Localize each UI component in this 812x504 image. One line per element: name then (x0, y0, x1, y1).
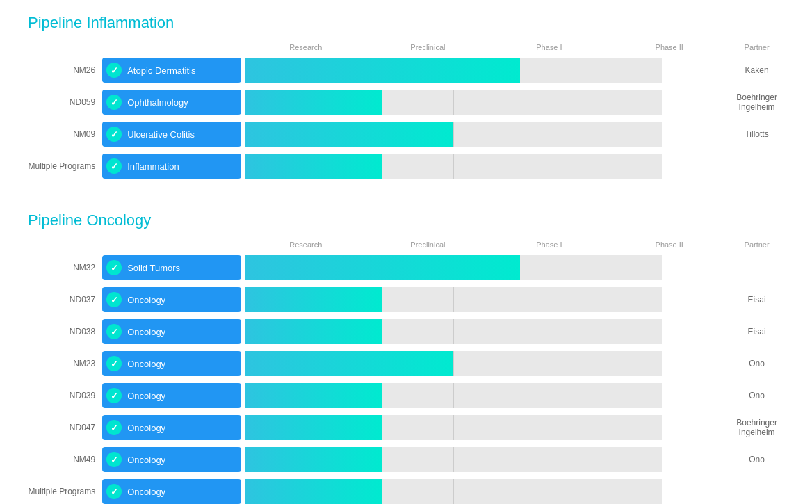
check-icon (106, 324, 122, 339)
bar-divider (558, 319, 558, 344)
name-badge: Oncology (102, 287, 241, 312)
bar-area (245, 413, 729, 442)
bar-divider (453, 479, 454, 504)
col-name-empty-onco (102, 241, 245, 253)
table-row: NM26Atopic DermatitisKaken (28, 56, 784, 85)
row-id: Multiple Programs (28, 152, 102, 181)
partner-label: Boehringer Ingelheim (729, 413, 784, 442)
badge-label: Oncology (127, 423, 165, 433)
bar-fill (245, 479, 382, 504)
row-id: ND038 (28, 317, 102, 346)
bar-area (245, 349, 729, 378)
badge-label: Oncology (127, 487, 165, 497)
bar-fill (245, 154, 382, 179)
table-row: Multiple ProgramsInflammation (28, 152, 784, 181)
col-name-empty (102, 43, 245, 56)
partner-label (729, 477, 784, 504)
row-id: NM23 (28, 349, 102, 378)
table-row: ND037OncologyEisai (28, 285, 784, 314)
name-badge: Oncology (102, 447, 241, 472)
bar-divider (558, 122, 558, 147)
row-name-badge: Oncology (102, 285, 245, 314)
check-icon (106, 356, 122, 371)
progress-bar (245, 58, 662, 83)
col-preclinical-header-onco: Preclinical (366, 241, 489, 253)
inflammation-header-row: Research Preclinical Phase I Phase II Pa… (28, 43, 784, 56)
bar-divider (453, 287, 454, 312)
bar-divider (558, 479, 558, 504)
col-preclinical-header: Preclinical (366, 43, 489, 56)
partner-label: Boehringer Ingelheim (729, 88, 784, 117)
col-label-empty (28, 43, 102, 56)
row-name-badge: Oncology (102, 445, 245, 474)
partner-label (729, 152, 784, 181)
table-row: ND047OncologyBoehringer Ingelheim (28, 413, 784, 442)
progress-bar (245, 383, 662, 408)
progress-bar (245, 479, 662, 504)
bar-area (245, 56, 729, 85)
table-row: NM32Solid Tumors (28, 253, 784, 282)
check-icon (106, 484, 122, 499)
bar-area (245, 445, 729, 474)
row-id: ND037 (28, 285, 102, 314)
progress-bar (245, 351, 662, 376)
bar-area (245, 120, 729, 149)
bar-divider (558, 383, 558, 408)
bar-fill (245, 447, 382, 472)
bar-fill (245, 351, 453, 376)
bar-divider (558, 58, 558, 83)
row-id: ND039 (28, 381, 102, 410)
progress-bar (245, 154, 662, 179)
row-name-badge: Atopic Dermatitis (102, 56, 245, 85)
check-icon (106, 452, 122, 467)
bar-area (245, 317, 729, 346)
col-phase2-header-onco: Phase II (609, 241, 729, 253)
oncology-section: Pipeline Oncology Research Preclinical P… (28, 211, 784, 504)
row-name-badge: Oncology (102, 317, 245, 346)
bar-area (245, 285, 729, 314)
name-badge: Solid Tumors (102, 255, 241, 280)
table-row: NM09Ulcerative ColitisTillotts (28, 120, 784, 149)
table-row: NM49OncologyOno (28, 445, 784, 474)
progress-bar (245, 255, 662, 280)
bar-divider (453, 351, 454, 376)
badge-label: Oncology (127, 391, 165, 401)
col-partner-header-onco: Partner (729, 241, 784, 253)
bar-divider (558, 255, 558, 280)
page: Pipeline Inflammation Research Preclinic… (0, 0, 812, 504)
bar-divider (453, 90, 454, 115)
title-static: Pipeline (28, 14, 86, 31)
bar-divider (558, 287, 558, 312)
bar-area (245, 381, 729, 410)
bar-divider (453, 122, 454, 147)
inflammation-table: Research Preclinical Phase I Phase II Pa… (28, 43, 784, 184)
col-research-header: Research (245, 43, 366, 56)
row-name-badge: Oncology (102, 413, 245, 442)
partner-label: Ono (729, 349, 784, 378)
table-row: NM23OncologyOno (28, 349, 784, 378)
bar-fill (245, 383, 382, 408)
table-row: ND039OncologyOno (28, 381, 784, 410)
col-partner-header: Partner (729, 43, 784, 56)
col-phase1-header-onco: Phase I (489, 241, 609, 253)
name-badge: Ulcerative Colitis (102, 122, 241, 147)
partner-label: Ono (729, 445, 784, 474)
check-icon (106, 260, 122, 275)
row-name-badge: Oncology (102, 349, 245, 378)
bar-fill (245, 90, 382, 115)
row-id: ND047 (28, 413, 102, 442)
check-icon (106, 420, 122, 435)
row-name-badge: Oncology (102, 381, 245, 410)
oncology-table: Research Preclinical Phase I Phase II Pa… (28, 241, 784, 504)
bar-fill (245, 415, 382, 440)
bar-fill (245, 319, 382, 344)
badge-label: Oncology (127, 327, 165, 337)
title-highlight-oncology: Oncology (86, 211, 151, 229)
bar-divider (558, 154, 558, 179)
row-id: Multiple Programs (28, 477, 102, 504)
row-id: NM32 (28, 253, 102, 282)
partner-label: Tillotts (729, 120, 784, 149)
badge-label: Oncology (127, 359, 165, 369)
check-icon (106, 63, 122, 78)
name-badge: Inflammation (102, 154, 241, 179)
